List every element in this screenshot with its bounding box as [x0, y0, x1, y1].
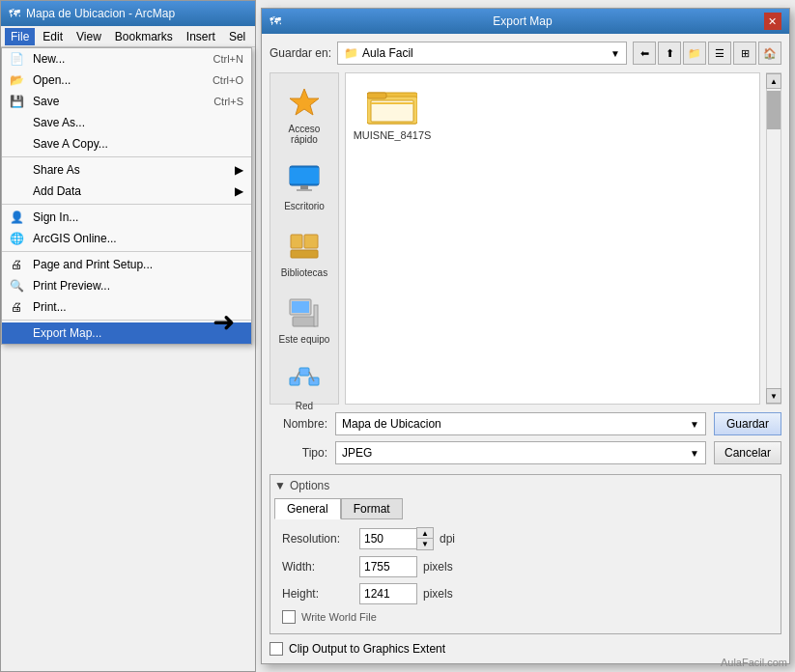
pageprint-label: Page and Print Setup... [33, 258, 153, 271]
worldfile-label: Write World File [301, 611, 377, 623]
adddata-arrow: ▶ [235, 184, 243, 198]
shortcut-acceso[interactable]: Acceso rápido [274, 81, 334, 149]
resolution-spinner[interactable]: ▲ ▼ [416, 527, 434, 550]
dialog-footer: Nombre: Mapa de Ubicacion ▼ Guardar Tipo… [270, 412, 781, 470]
location-bar: Guardar en: 📁 Aula Facil ▼ ⬅ ⬆ 📁 ☰ ⊞ 🏠 [270, 42, 781, 65]
exportmap-icon [8, 324, 25, 342]
file-item-muisne[interactable]: MUISNE_8417S [354, 81, 431, 145]
arcmap-title: Mapa de Ubicacion - ArcMap [26, 7, 175, 20]
file-area[interactable]: MUISNE_8417S [345, 72, 760, 405]
svg-rect-2 [290, 168, 319, 183]
name-input[interactable]: Mapa de Ubicacion ▼ [335, 412, 706, 435]
menu-item-save[interactable]: 💾 Save Ctrl+S [2, 91, 251, 112]
options-toggle[interactable]: ▼ [274, 479, 286, 492]
svg-rect-4 [297, 189, 312, 191]
dialog-close-button[interactable]: ✕ [764, 13, 781, 30]
options-section: ▼ Options General Format Resolution: 150… [270, 474, 781, 634]
height-row: Height: 1241 pixels [274, 583, 777, 604]
menu-insert[interactable]: Insert [181, 28, 221, 45]
menu-item-pageprint[interactable]: 🖨 Page and Print Setup... [2, 254, 251, 275]
file-scrollbar[interactable]: ▲ ▼ [766, 72, 781, 405]
svg-rect-9 [292, 301, 309, 313]
menu-item-shareas[interactable]: Share As ▶ [2, 159, 251, 181]
scroll-down-btn[interactable]: ▼ [766, 388, 781, 404]
nav-view-btn1[interactable]: ☰ [708, 42, 731, 65]
clip-checkbox[interactable] [270, 642, 283, 656]
nav-home-btn[interactable]: 🏠 [758, 42, 781, 65]
escritorio-label: Escritorio [284, 201, 325, 211]
resolution-down-btn[interactable]: ▼ [417, 539, 433, 549]
save-shortcut: Ctrl+S [213, 96, 243, 107]
arcgisonline-label: ArcGIS Online... [33, 232, 117, 245]
height-input[interactable]: 1241 [359, 583, 417, 604]
nav-newfolder-btn[interactable]: 📁 [683, 42, 706, 65]
nav-up-btn[interactable]: ⬆ [658, 42, 681, 65]
nav-view-btn2[interactable]: ⊞ [733, 42, 756, 65]
menu-sel[interactable]: Sel [223, 28, 251, 45]
resolution-row: Resolution: 150 ▲ ▼ dpi [274, 527, 777, 550]
svg-rect-21 [371, 102, 413, 104]
menu-item-open[interactable]: 📂 Open... Ctrl+O [2, 70, 251, 91]
location-dropdown-arrow: ▼ [610, 48, 620, 59]
print-icon: 🖨 [8, 298, 25, 316]
menu-item-saveas[interactable]: Save As... [2, 112, 251, 133]
type-dropdown[interactable]: JPEG ▼ [335, 441, 706, 464]
new-icon: 📄 [8, 50, 25, 68]
width-value: 1755 [364, 560, 390, 574]
resolution-input[interactable]: 150 [359, 528, 417, 549]
acceso-label: Acceso rápido [276, 124, 332, 145]
type-value: JPEG [342, 446, 372, 460]
save-button[interactable]: Guardar [714, 412, 781, 435]
dialog-titlebar: 🗺 Export Map ✕ [262, 9, 789, 34]
shortcut-bibliotecas[interactable]: Bibliotecas [274, 225, 334, 282]
shortcut-escritorio[interactable]: Escritorio [274, 158, 334, 215]
signin-label: Sign In... [33, 210, 78, 224]
export-dialog: 🗺 Export Map ✕ Guardar en: 📁 Aula Facil … [261, 8, 790, 664]
print-label: Print... [33, 300, 67, 314]
height-input-group: 1241 pixels [359, 583, 453, 604]
menu-item-adddata[interactable]: Add Data ▶ [2, 181, 251, 202]
shortcut-equipo[interactable]: Este equipo [274, 292, 334, 349]
tab-format[interactable]: Format [341, 498, 403, 519]
shortcut-red[interactable]: Red [274, 358, 334, 415]
pageprint-icon: 🖨 [8, 256, 25, 273]
save-label: Save [33, 95, 59, 108]
nav-back-btn[interactable]: ⬅ [633, 42, 656, 65]
dialog-icon: 🗺 [270, 14, 281, 28]
acceso-icon [287, 85, 322, 120]
scroll-thumb[interactable] [767, 91, 781, 129]
menu-view[interactable]: View [71, 28, 107, 45]
menu-item-signin[interactable]: 👤 Sign In... [2, 207, 251, 228]
resolution-up-btn[interactable]: ▲ [417, 528, 433, 539]
menu-item-preview[interactable]: 🔍 Print Preview... [2, 275, 251, 296]
svg-rect-11 [314, 305, 318, 326]
width-row: Width: 1755 pixels [274, 556, 777, 577]
scroll-up-btn[interactable]: ▲ [766, 73, 781, 89]
svg-rect-6 [304, 235, 318, 248]
menu-item-arcgisonline[interactable]: 🌐 ArcGIS Online... [2, 228, 251, 249]
exportmap-label: Export Map... [33, 326, 101, 340]
open-icon: 📂 [8, 71, 25, 89]
resolution-label: Resolution: [282, 532, 359, 546]
shareas-label: Share As [33, 163, 80, 177]
location-label: Guardar en: [270, 46, 331, 60]
menu-file[interactable]: File [5, 28, 35, 45]
menu-bookmarks[interactable]: Bookmarks [109, 28, 179, 45]
width-input[interactable]: 1755 [359, 556, 417, 577]
sep1 [2, 156, 251, 157]
options-tabs: General Format [274, 498, 777, 519]
worldfile-checkbox[interactable] [282, 610, 296, 624]
menu-item-savecopy[interactable]: Save A Copy... [2, 133, 251, 154]
svg-rect-3 [300, 185, 308, 189]
menu-item-new[interactable]: 📄 New... Ctrl+N [2, 48, 251, 70]
location-dropdown[interactable]: 📁 Aula Facil ▼ [337, 42, 627, 65]
menu-edit[interactable]: Edit [37, 28, 69, 45]
svg-rect-10 [293, 317, 316, 326]
svg-rect-5 [291, 235, 302, 248]
cancel-button[interactable]: Cancelar [714, 441, 781, 464]
sep2 [2, 204, 251, 205]
red-label: Red [296, 401, 313, 411]
new-shortcut: Ctrl+N [213, 53, 243, 65]
tab-general[interactable]: General [274, 498, 341, 519]
name-label: Nombre: [270, 417, 327, 431]
